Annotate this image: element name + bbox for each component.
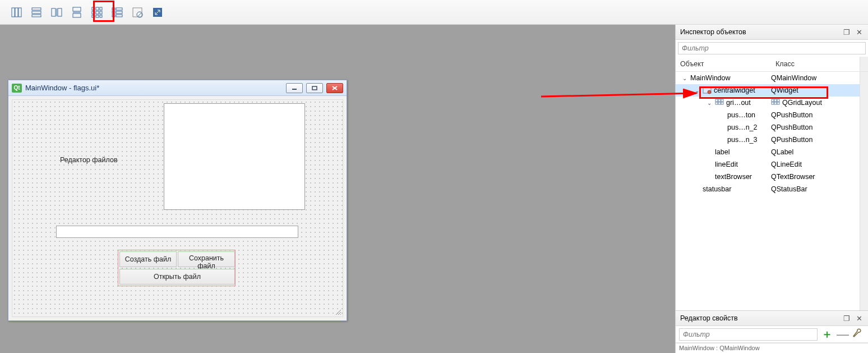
svg-rect-0: [12, 8, 15, 17]
svg-rect-15: [92, 11, 95, 14]
configure-icon[interactable]: [852, 328, 865, 341]
label-widget[interactable]: Редактор файлов: [60, 156, 118, 164]
inspector-col-object[interactable]: Объект: [676, 57, 771, 71]
dock-close-icon[interactable]: ✕: [855, 27, 864, 36]
tree-row[interactable]: statusbarQStatusBar: [676, 183, 860, 195]
tree-row[interactable]: ⌄gri…outQGridLayout: [676, 97, 860, 109]
tree-class-name: QGridLayout: [782, 99, 822, 107]
svg-rect-25: [112, 15, 115, 17]
svg-rect-13: [96, 7, 99, 10]
svg-rect-6: [52, 8, 56, 16]
inspector-title: Инспектор объектов: [680, 28, 746, 36]
svg-rect-44: [715, 102, 718, 104]
gridlayout-outline[interactable]: Создать файл Сохранить файл Открыть файл: [118, 250, 236, 286]
inspector-tree[interactable]: ⌄MainWindowQMainWindow⌄centralwidgetQWid…: [676, 72, 860, 310]
svg-rect-50: [772, 102, 774, 104]
widget-icon: [703, 86, 712, 94]
add-property-button[interactable]: ＋: [821, 328, 833, 341]
tree-row[interactable]: pus…tonQPushButton: [676, 109, 860, 121]
sizegrip-icon[interactable]: [334, 308, 341, 315]
chevron-down-icon[interactable]: ⌄: [706, 99, 713, 106]
pushbutton-create[interactable]: Создать файл: [119, 251, 177, 267]
props-titlebar[interactable]: Редактор свойств ❐ ✕: [676, 311, 868, 326]
remove-property-button[interactable]: —: [837, 328, 849, 341]
qt-icon: Qt: [12, 84, 22, 93]
scrollbar-placeholder: [860, 57, 868, 71]
svg-rect-3: [32, 8, 41, 10]
layout-form-icon[interactable]: [110, 5, 124, 20]
svg-rect-27: [133, 8, 142, 17]
chevron-down-icon[interactable]: ⌄: [694, 87, 700, 94]
design-canvas[interactable]: Qt MainWindow - flags.ui* Редактор файло…: [0, 25, 675, 353]
dock-float-icon[interactable]: ❐: [842, 27, 851, 36]
pushbutton-open[interactable]: Открыть файл: [119, 269, 235, 285]
svg-rect-7: [58, 8, 62, 16]
tree-row[interactable]: pus…n_3QPushButton: [676, 134, 860, 146]
layout-vertical-icon[interactable]: [9, 5, 24, 20]
break-layout-icon[interactable]: [130, 5, 145, 20]
tree-spacer: [718, 112, 725, 118]
svg-rect-33: [312, 86, 317, 90]
layout-splitv-icon[interactable]: [70, 5, 84, 20]
svg-rect-43: [721, 99, 723, 102]
inspector-titlebar[interactable]: Инспектор объектов ❐ ✕: [676, 25, 868, 40]
svg-rect-1: [15, 8, 18, 17]
tree-row[interactable]: ⌄MainWindowQMainWindow: [676, 72, 860, 84]
props-status: MainWindow : QMainWindow: [676, 343, 868, 353]
props-title: Редактор свойств: [680, 314, 738, 322]
tree-spacer: [718, 136, 725, 143]
svg-rect-41: [715, 99, 718, 102]
lineedit-widget[interactable]: [56, 226, 298, 238]
tree-row[interactable]: labelQLabel: [676, 146, 860, 158]
inspector-filter-input[interactable]: [678, 42, 866, 54]
tree-class-name: QPushButton: [771, 123, 812, 131]
tree-row[interactable]: pus…n_2QPushButton: [676, 121, 860, 134]
tree-class-name: QMainWindow: [771, 74, 816, 82]
minimize-button[interactable]: [286, 83, 303, 93]
form-body[interactable]: Редактор файлов Создать файл Сохранить ф…: [12, 99, 343, 317]
tree-row[interactable]: lineEditQLineEdit: [676, 158, 860, 171]
dock-close-icon[interactable]: ✕: [855, 314, 864, 323]
svg-rect-12: [92, 7, 95, 10]
svg-line-38: [340, 314, 341, 315]
tree-class-name: QWidget: [771, 86, 798, 94]
svg-rect-10: [73, 13, 81, 17]
close-button[interactable]: [326, 83, 343, 93]
inspector-scrollbar[interactable]: [860, 72, 868, 310]
window-titlebar[interactable]: Qt MainWindow - flags.ui*: [8, 80, 347, 96]
tree-spacer: [706, 161, 713, 168]
tree-object-name: centralwidget: [714, 86, 755, 94]
tree-spacer: [718, 124, 725, 131]
tree-object-name: pus…n_2: [727, 123, 758, 131]
inspector-col-class[interactable]: Класс: [771, 57, 860, 71]
svg-rect-24: [116, 11, 122, 13]
tree-spacer: [706, 149, 713, 155]
chevron-down-icon[interactable]: ⌄: [681, 75, 688, 81]
svg-rect-21: [112, 8, 115, 10]
maximize-button[interactable]: [306, 83, 323, 93]
svg-rect-9: [73, 7, 81, 11]
svg-line-29: [138, 13, 141, 16]
textbrowser-widget[interactable]: [164, 103, 305, 210]
layout-grid-icon[interactable]: [90, 5, 104, 20]
layout-splith-icon[interactable]: [49, 5, 64, 20]
grid-icon: [715, 99, 724, 107]
adjust-size-icon[interactable]: [150, 5, 165, 20]
svg-rect-46: [721, 102, 723, 104]
svg-rect-20: [100, 15, 102, 17]
tree-object-name: statusbar: [703, 185, 731, 193]
props-filter-input[interactable]: [679, 328, 818, 341]
layout-horizontal-icon[interactable]: [29, 5, 44, 20]
svg-rect-5: [32, 15, 41, 17]
dock-float-icon[interactable]: ❐: [842, 314, 851, 323]
inspector-header[interactable]: Объект Класс: [676, 57, 868, 72]
svg-point-40: [708, 90, 711, 94]
pushbutton-save[interactable]: Сохранить файл: [178, 251, 235, 267]
svg-rect-26: [116, 15, 122, 17]
tree-object-name: textBrowser: [715, 173, 752, 181]
tree-row[interactable]: ⌄centralwidgetQWidget: [676, 84, 860, 97]
tree-row[interactable]: textBrowserQTextBrowser: [676, 171, 860, 183]
tree-object-name: gri…out: [726, 99, 751, 107]
designed-window[interactable]: Qt MainWindow - flags.ui* Редактор файло…: [8, 80, 347, 321]
svg-rect-16: [96, 11, 99, 14]
